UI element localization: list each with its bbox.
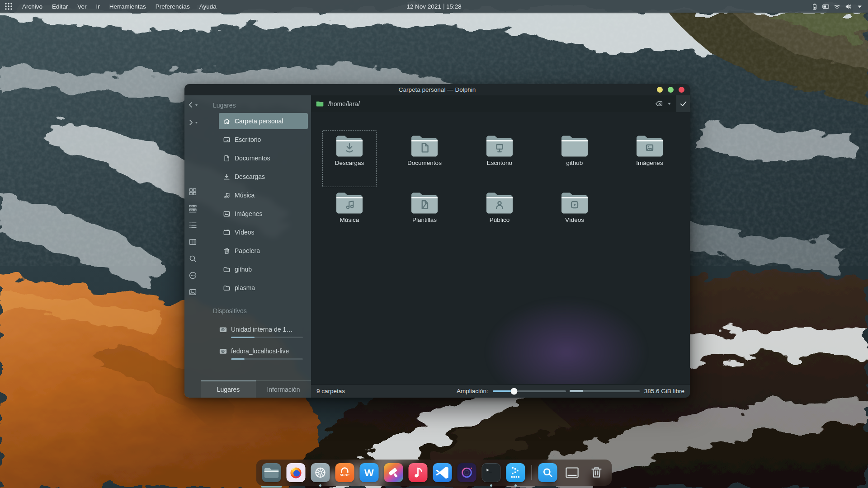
minimize-button[interactable] bbox=[657, 87, 663, 93]
folder-icon bbox=[223, 284, 231, 292]
folder-icon bbox=[485, 132, 514, 157]
zoom-slider[interactable] bbox=[493, 390, 566, 392]
menubar-menu[interactable]: Ver bbox=[77, 3, 86, 10]
menubar-menu[interactable]: Herramientas bbox=[109, 3, 146, 10]
folder-icon bbox=[410, 132, 439, 157]
files-area[interactable]: Descargas Documentos bbox=[311, 112, 690, 384]
zoom-slider-thumb[interactable] bbox=[510, 388, 517, 394]
files-grid: Descargas Documentos bbox=[312, 130, 687, 244]
places-item-label: Vídeos bbox=[235, 229, 255, 236]
file-item[interactable]: Público bbox=[472, 187, 527, 244]
file-item[interactable]: Plantillas bbox=[397, 187, 452, 244]
tool-strip bbox=[184, 95, 201, 398]
search-icon[interactable] bbox=[189, 254, 197, 263]
caret-down-icon bbox=[194, 121, 198, 125]
volume-icon[interactable] bbox=[844, 3, 852, 10]
device-item[interactable]: Unidad interna de 1… bbox=[219, 324, 308, 338]
sidebar-tab[interactable]: Lugares bbox=[201, 381, 256, 398]
file-item[interactable]: Descargas bbox=[322, 130, 377, 187]
caret-down-icon[interactable] bbox=[856, 3, 863, 10]
file-item[interactable]: Escritorio bbox=[472, 130, 527, 187]
battery-icon[interactable] bbox=[811, 3, 818, 10]
accept-location-button[interactable] bbox=[676, 95, 690, 112]
running-indicator bbox=[514, 484, 517, 487]
places-item[interactable]: github bbox=[219, 261, 308, 277]
sidebar-tab[interactable]: Información bbox=[256, 381, 311, 398]
file-item[interactable]: Documentos bbox=[397, 130, 452, 187]
view-icons-icon[interactable] bbox=[189, 188, 197, 196]
backspace-icon[interactable] bbox=[655, 99, 663, 108]
back-icon[interactable] bbox=[187, 99, 198, 111]
caret-down-icon bbox=[194, 103, 198, 107]
terminal-dock-icon[interactable]: >_ bbox=[482, 463, 501, 482]
menubar-menu[interactable]: Archivo bbox=[22, 3, 42, 10]
view-split-icon[interactable] bbox=[189, 238, 197, 246]
wps-dock-icon[interactable]: W bbox=[360, 463, 379, 482]
places-item[interactable]: Música bbox=[219, 187, 308, 203]
desktop: ArchivoEditarVerIrHerramientasPreferenci… bbox=[0, 0, 868, 488]
places-item-label: github bbox=[235, 266, 252, 273]
zoom-label: Ampliación: bbox=[457, 388, 488, 394]
file-label: Música bbox=[340, 216, 359, 223]
free-space: 385.6 GiB libre bbox=[644, 388, 684, 394]
places-item[interactable]: Descargas bbox=[219, 169, 308, 185]
music-dock-icon[interactable] bbox=[409, 463, 428, 482]
wifi-icon[interactable] bbox=[833, 3, 841, 10]
folder-emblem-icon bbox=[343, 198, 356, 211]
forward-icon[interactable] bbox=[187, 117, 198, 128]
device-usage-bar bbox=[231, 358, 303, 360]
vscode-dock-icon[interactable] bbox=[433, 463, 452, 482]
window-controls bbox=[657, 84, 684, 95]
media-ring-dock-icon[interactable] bbox=[458, 463, 476, 482]
file-item[interactable]: Vídeos bbox=[547, 187, 602, 244]
places-item[interactable]: Papelera bbox=[219, 243, 308, 259]
display-icon[interactable] bbox=[822, 3, 830, 10]
places-item[interactable]: plasma bbox=[219, 280, 308, 296]
places-item[interactable]: Vídeos bbox=[219, 224, 308, 240]
view-compact-icon[interactable] bbox=[189, 204, 197, 213]
files-dock-icon[interactable] bbox=[262, 463, 281, 482]
device-label: fedora_localhost-live bbox=[231, 347, 289, 355]
file-item[interactable]: Imágenes bbox=[623, 130, 677, 187]
clock-time: 15:28 bbox=[446, 3, 462, 10]
places-item[interactable]: Documentos bbox=[219, 150, 308, 166]
theme-dock-icon[interactable] bbox=[384, 463, 403, 482]
menubar-menu[interactable]: Preferencias bbox=[156, 3, 190, 10]
title-bar[interactable]: Carpeta personal — Dolphin bbox=[184, 84, 690, 95]
apps-grid-icon[interactable] bbox=[5, 2, 13, 10]
close-button[interactable] bbox=[679, 87, 684, 93]
places-item[interactable]: Escritorio bbox=[219, 131, 308, 148]
places-item[interactable]: Imágenes bbox=[219, 206, 308, 222]
device-usage-fill bbox=[231, 337, 255, 338]
search-dock-icon[interactable] bbox=[538, 463, 557, 482]
clock[interactable]: 12 Nov 2021 15:28 bbox=[406, 3, 461, 10]
show-desktop-dock-icon[interactable] bbox=[563, 463, 582, 482]
trash-dock-icon[interactable] bbox=[587, 463, 606, 482]
folder-icon bbox=[560, 189, 589, 214]
location-bar[interactable]: /home/lara/ bbox=[311, 95, 690, 112]
caret-down-icon[interactable] bbox=[667, 101, 672, 106]
location-path[interactable]: /home/lara/ bbox=[328, 100, 360, 108]
menubar-menu[interactable]: Editar bbox=[52, 3, 68, 10]
device-item[interactable]: fedora_localhost-live bbox=[219, 346, 308, 360]
file-item[interactable]: github bbox=[547, 130, 602, 187]
firefox-dock-icon[interactable] bbox=[287, 463, 306, 482]
menubar-menu[interactable]: Ir bbox=[96, 3, 100, 10]
device-usage-bar bbox=[231, 337, 303, 338]
folder-emblem-icon bbox=[418, 198, 431, 211]
shop-dock-icon[interactable]: SHOP bbox=[335, 463, 354, 482]
svg-text:W: W bbox=[364, 467, 374, 479]
settings-dock-icon[interactable] bbox=[311, 463, 330, 482]
ellipsis-circle-icon[interactable] bbox=[189, 271, 197, 280]
device-label: Unidad interna de 1… bbox=[231, 326, 292, 333]
dots-app-dock-icon[interactable] bbox=[506, 463, 525, 482]
file-item[interactable]: Música bbox=[322, 187, 377, 244]
menubar-menu[interactable]: Ayuda bbox=[199, 3, 217, 10]
places-item[interactable]: Carpeta personal bbox=[219, 113, 308, 129]
view-details-icon[interactable] bbox=[189, 221, 197, 230]
folder-green-icon bbox=[316, 100, 324, 108]
folder-icon bbox=[560, 132, 589, 157]
maximize-button[interactable] bbox=[668, 87, 674, 93]
preview-icon[interactable] bbox=[189, 288, 197, 296]
folder-emblem-icon bbox=[568, 198, 581, 211]
